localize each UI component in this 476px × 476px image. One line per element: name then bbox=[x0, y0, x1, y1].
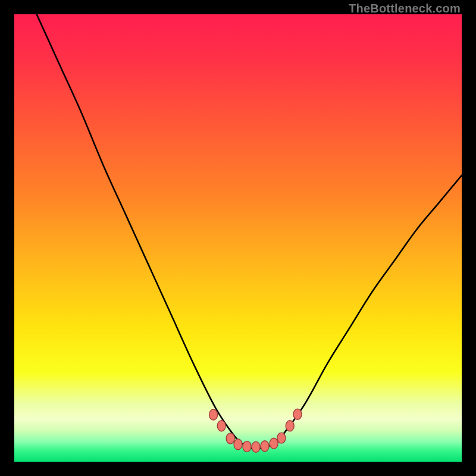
chart-svg bbox=[14, 14, 462, 462]
curve-marker bbox=[252, 441, 260, 452]
bottleneck-curve bbox=[37, 14, 462, 449]
curve-marker bbox=[286, 421, 294, 431]
curve-marker bbox=[270, 438, 278, 449]
chart-frame: TheBottleneck.com bbox=[0, 0, 476, 476]
curve-marker bbox=[226, 433, 234, 444]
watermark-text: TheBottleneck.com bbox=[349, 2, 461, 15]
curve-marker bbox=[234, 439, 242, 450]
curve-marker bbox=[293, 409, 302, 419]
curve-markers bbox=[209, 409, 302, 452]
curve-marker bbox=[243, 441, 251, 452]
curve-marker bbox=[277, 433, 286, 443]
curve-marker bbox=[209, 409, 218, 420]
curve-marker bbox=[217, 421, 226, 431]
curve-marker bbox=[261, 441, 269, 452]
plot-area bbox=[14, 14, 462, 462]
